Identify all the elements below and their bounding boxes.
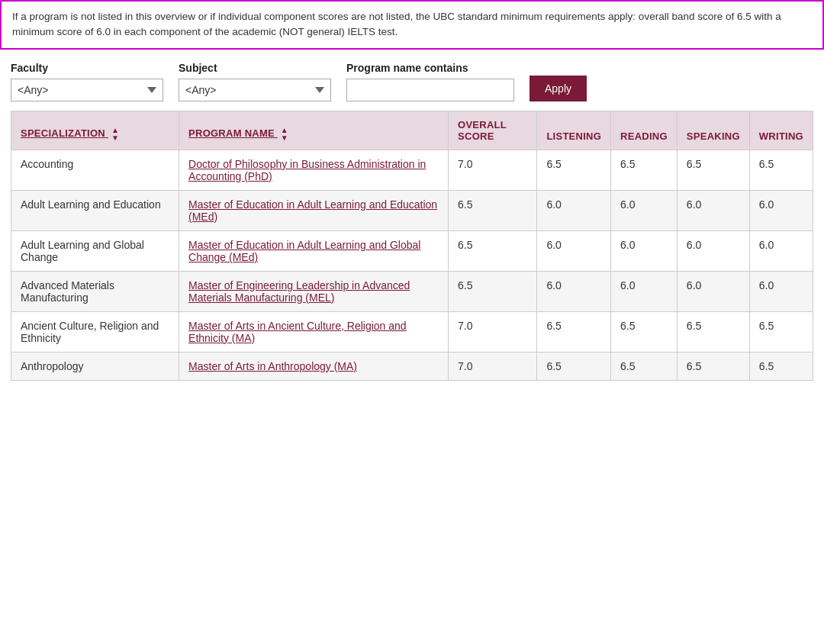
sort-arrows-program: ▲ ▼	[281, 127, 288, 142]
cell-listening: 6.5	[537, 311, 611, 352]
th-reading: READING	[611, 111, 678, 150]
sort-down-icon: ▼	[111, 134, 119, 142]
program-link[interactable]: Master of Arts in Anthropology (MA)	[188, 360, 357, 372]
cell-reading: 6.0	[611, 230, 678, 271]
cell-reading: 6.5	[611, 150, 678, 190]
cell-program-name: Master of Engineering Leadership in Adva…	[179, 271, 449, 311]
cell-listening: 6.0	[537, 230, 611, 271]
th-speaking-label: SPEAKING	[687, 130, 740, 142]
cell-overall-score: 7.0	[449, 311, 537, 352]
cell-specialization: Ancient Culture, Religion and Ethnicity	[11, 311, 179, 352]
program-name-input[interactable]	[346, 79, 514, 101]
th-overall-score-label: OVERALL SCORE	[458, 119, 507, 142]
subject-label: Subject	[179, 62, 331, 74]
th-program-name: PROGRAM NAME ▲ ▼	[179, 111, 449, 150]
table-row: Adult Learning and Global ChangeMaster o…	[11, 230, 813, 271]
cell-program-name: Master of Education in Adult Learning an…	[179, 230, 449, 271]
cell-reading: 6.5	[611, 352, 678, 380]
program-link[interactable]: Master of Education in Adult Learning an…	[188, 239, 420, 263]
notice-bar: If a program is not listed in this overv…	[0, 0, 824, 50]
cell-listening: 6.0	[537, 271, 611, 311]
th-specialization-label: SPECIALIZATION	[21, 127, 105, 139]
cell-program-name: Master of Education in Adult Learning an…	[179, 190, 449, 230]
program-link[interactable]: Master of Arts in Ancient Culture, Relig…	[188, 320, 407, 344]
cell-specialization: Anthropology	[11, 352, 179, 380]
program-name-label: Program name contains	[346, 62, 514, 74]
cell-overall-score: 6.5	[449, 190, 537, 230]
th-listening-label: LISTENING	[546, 130, 601, 142]
program-name-filter-group: Program name contains	[346, 62, 514, 101]
cell-overall-score: 7.0	[449, 352, 537, 380]
cell-speaking: 6.5	[677, 352, 749, 380]
cell-writing: 6.5	[749, 150, 813, 190]
table-body: AccountingDoctor of Philosophy in Busine…	[11, 150, 813, 380]
cell-specialization: Accounting	[11, 150, 179, 190]
cell-program-name: Doctor of Philosophy in Business Adminis…	[179, 150, 449, 190]
cell-overall-score: 7.0	[449, 150, 537, 190]
cell-writing: 6.0	[749, 230, 813, 271]
th-program-name-label: PROGRAM NAME	[188, 127, 275, 139]
cell-overall-score: 6.5	[449, 271, 537, 311]
sort-up-program-icon: ▲	[281, 127, 288, 134]
cell-specialization: Advanced Materials Manufacturing	[11, 271, 179, 311]
sort-down-program-icon: ▼	[281, 134, 288, 142]
apply-button[interactable]: Apply	[529, 76, 587, 101]
cell-writing: 6.0	[749, 271, 813, 311]
table-row: AnthropologyMaster of Arts in Anthropolo…	[11, 352, 813, 380]
th-reading-label: READING	[620, 130, 668, 142]
sort-arrows-specialization: ▲ ▼	[111, 127, 119, 142]
cell-program-name: Master of Arts in Ancient Culture, Relig…	[179, 311, 449, 352]
cell-specialization: Adult Learning and Global Change	[11, 230, 179, 271]
cell-speaking: 6.5	[677, 150, 749, 190]
filter-section: Faculty <Any> Subject <Any> Program name…	[0, 50, 824, 111]
faculty-label: Faculty	[11, 62, 163, 74]
faculty-filter-group: Faculty <Any>	[11, 62, 163, 101]
cell-listening: 6.5	[537, 352, 611, 380]
table-header: SPECIALIZATION ▲ ▼ PROGRAM NAME ▲ ▼	[11, 111, 813, 150]
cell-writing: 6.5	[749, 311, 813, 352]
table-row: Adult Learning and EducationMaster of Ed…	[11, 190, 813, 230]
sort-program-link[interactable]: PROGRAM NAME	[188, 127, 278, 139]
cell-writing: 6.5	[749, 352, 813, 380]
table-container: SPECIALIZATION ▲ ▼ PROGRAM NAME ▲ ▼	[0, 111, 824, 381]
table-row: Ancient Culture, Religion and EthnicityM…	[11, 311, 813, 352]
cell-listening: 6.5	[537, 150, 611, 190]
th-speaking: SPEAKING	[677, 111, 749, 150]
th-writing-label: WRITING	[759, 130, 803, 142]
sort-up-icon: ▲	[111, 127, 119, 134]
faculty-select[interactable]: <Any>	[11, 79, 163, 101]
cell-reading: 6.0	[611, 190, 678, 230]
th-overall-score: OVERALL SCORE	[449, 111, 537, 150]
subject-select[interactable]: <Any>	[179, 79, 331, 101]
cell-speaking: 6.0	[677, 190, 749, 230]
cell-program-name: Master of Arts in Anthropology (MA)	[179, 352, 449, 380]
program-link[interactable]: Doctor of Philosophy in Business Adminis…	[188, 158, 426, 182]
cell-speaking: 6.0	[677, 271, 749, 311]
subject-filter-group: Subject <Any>	[179, 62, 331, 101]
program-link[interactable]: Master of Engineering Leadership in Adva…	[188, 279, 410, 304]
cell-overall-score: 6.5	[449, 230, 537, 271]
table-row: Advanced Materials ManufacturingMaster o…	[11, 271, 813, 311]
cell-writing: 6.0	[749, 190, 813, 230]
notice-text: If a program is not listed in this overv…	[12, 11, 781, 37]
scores-table: SPECIALIZATION ▲ ▼ PROGRAM NAME ▲ ▼	[11, 111, 813, 381]
cell-specialization: Adult Learning and Education	[11, 190, 179, 230]
th-writing: WRITING	[749, 111, 813, 150]
program-link[interactable]: Master of Education in Adult Learning an…	[188, 198, 437, 223]
cell-speaking: 6.0	[677, 230, 749, 271]
cell-listening: 6.0	[537, 190, 611, 230]
header-row: SPECIALIZATION ▲ ▼ PROGRAM NAME ▲ ▼	[11, 111, 813, 150]
cell-speaking: 6.5	[677, 311, 749, 352]
cell-reading: 6.5	[611, 311, 678, 352]
th-specialization: SPECIALIZATION ▲ ▼	[11, 111, 179, 150]
filter-row: Faculty <Any> Subject <Any> Program name…	[11, 62, 813, 101]
cell-reading: 6.0	[611, 271, 678, 311]
sort-specialization-link[interactable]: SPECIALIZATION	[21, 127, 108, 139]
th-listening: LISTENING	[537, 111, 611, 150]
table-row: AccountingDoctor of Philosophy in Busine…	[11, 150, 813, 190]
